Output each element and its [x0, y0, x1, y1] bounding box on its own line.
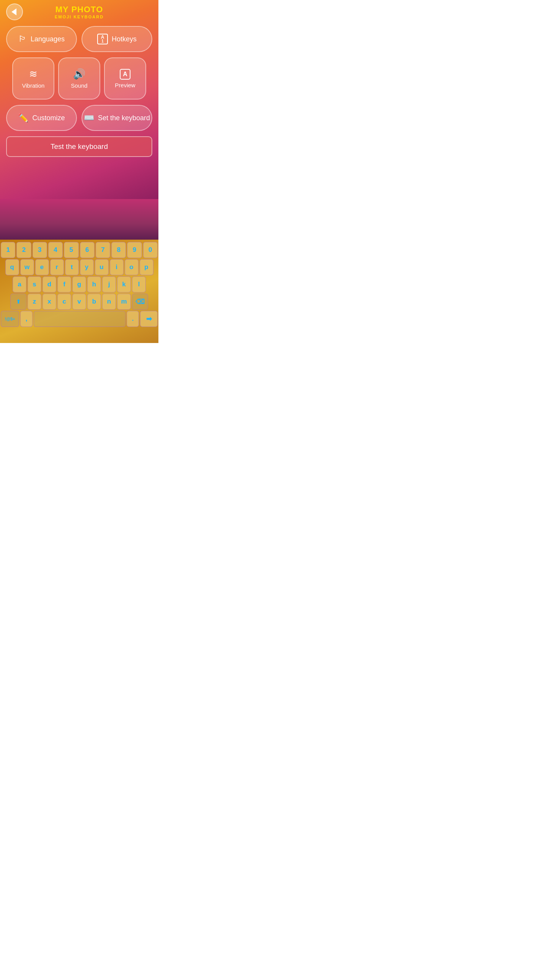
period-key[interactable]: .	[127, 311, 139, 327]
hotkeys-icon: A 1	[97, 34, 108, 44]
key-k[interactable]: k	[117, 276, 131, 292]
special-chars-key[interactable]: !@$+	[1, 311, 19, 327]
shift-key[interactable]: ⬆	[10, 294, 26, 310]
key-6[interactable]: 6	[80, 242, 95, 258]
back-arrow-icon	[11, 8, 16, 15]
key-3[interactable]: 3	[33, 242, 47, 258]
sound-button[interactable]: 🔊 Sound	[58, 57, 100, 100]
qwerty-row: q w e r t y u i o p	[1, 259, 158, 275]
top-section: MY PHOTO EMOJI KEYBOARD 🏳 Languages A 1 …	[0, 0, 158, 199]
key-w[interactable]: w	[20, 259, 34, 275]
app-title: MY PHOTO	[55, 5, 104, 15]
zxcv-row: ⬆ z x c v b n m ⌫	[1, 294, 158, 310]
key-i[interactable]: i	[110, 259, 124, 275]
flag-icon: 🏳	[18, 34, 27, 44]
key-1[interactable]: 1	[1, 242, 15, 258]
number-row: 1 2 3 4 5 6 7 8 9 0	[1, 242, 158, 258]
sound-label: Sound	[71, 82, 87, 89]
preview-icon: A	[120, 69, 130, 80]
app-subtitle: EMOJI KEYBOARD	[55, 15, 104, 19]
key-u[interactable]: u	[95, 259, 109, 275]
languages-label: Languages	[31, 35, 65, 43]
key-z[interactable]: z	[28, 294, 41, 310]
asdf-row: a s d f g h j k l	[1, 276, 158, 292]
key-5[interactable]: 5	[64, 242, 78, 258]
hotkeys-label: Hotkeys	[112, 35, 137, 43]
row-customize-setkeyboard: ✏️ Customize ⌨️ Set the keyboard	[6, 105, 152, 131]
key-p[interactable]: p	[140, 259, 153, 275]
customize-label: Customize	[32, 114, 65, 122]
key-7[interactable]: 7	[96, 242, 110, 258]
key-9[interactable]: 9	[127, 242, 142, 258]
key-q[interactable]: q	[5, 259, 19, 275]
key-m[interactable]: m	[117, 294, 131, 310]
comma-key[interactable]: ,	[20, 311, 33, 327]
key-h[interactable]: h	[87, 276, 101, 292]
test-keyboard-button[interactable]: Test the keyboard	[6, 136, 152, 157]
middle-section	[0, 199, 158, 240]
languages-button[interactable]: 🏳 Languages	[6, 26, 77, 52]
keyboard-section: 1 2 3 4 5 6 7 8 9 0 q w e r t y u i o p …	[0, 240, 158, 343]
key-n[interactable]: n	[102, 294, 116, 310]
key-l[interactable]: l	[132, 276, 146, 292]
space-key[interactable]	[34, 311, 126, 327]
set-keyboard-label: Set the keyboard	[98, 114, 150, 122]
bottom-row: !@$+ , . ➡	[1, 311, 158, 327]
key-4[interactable]: 4	[48, 242, 63, 258]
customize-icon: ✏️	[18, 113, 28, 123]
key-0[interactable]: 0	[143, 242, 158, 258]
key-b[interactable]: b	[87, 294, 101, 310]
test-keyboard-label: Test the keyboard	[51, 142, 108, 151]
row-languages-hotkeys: 🏳 Languages A 1 Hotkeys	[6, 26, 152, 52]
keyboard-rows: 1 2 3 4 5 6 7 8 9 0 q w e r t y u i o p …	[0, 240, 158, 329]
enter-key[interactable]: ➡	[140, 311, 158, 327]
key-d[interactable]: d	[42, 276, 56, 292]
key-o[interactable]: o	[125, 259, 139, 275]
key-x[interactable]: x	[42, 294, 56, 310]
key-g[interactable]: g	[72, 276, 86, 292]
title-block: MY PHOTO EMOJI KEYBOARD	[55, 5, 104, 19]
key-y[interactable]: y	[80, 259, 94, 275]
key-j[interactable]: j	[102, 276, 116, 292]
backspace-key[interactable]: ⌫	[132, 294, 148, 310]
key-2[interactable]: 2	[16, 242, 31, 258]
key-t[interactable]: t	[65, 259, 79, 275]
keyboard-icon: ⌨️	[84, 113, 94, 123]
key-c[interactable]: c	[57, 294, 71, 310]
key-8[interactable]: 8	[111, 242, 126, 258]
back-button[interactable]	[6, 3, 23, 20]
vibration-label: Vibration	[22, 82, 45, 89]
key-a[interactable]: a	[13, 276, 26, 292]
key-s[interactable]: s	[28, 276, 41, 292]
key-r[interactable]: r	[50, 259, 64, 275]
vibration-icon: ≋	[29, 68, 37, 80]
header: MY PHOTO EMOJI KEYBOARD	[6, 5, 152, 19]
sound-icon: 🔊	[73, 68, 85, 80]
preview-button[interactable]: A Preview	[104, 57, 146, 100]
set-keyboard-button[interactable]: ⌨️ Set the keyboard	[82, 105, 152, 131]
vibration-button[interactable]: ≋ Vibration	[12, 57, 54, 100]
key-v[interactable]: v	[72, 294, 86, 310]
key-f[interactable]: f	[57, 276, 71, 292]
row-vibration-sound-preview: ≋ Vibration 🔊 Sound A Preview	[6, 57, 152, 100]
hotkeys-button[interactable]: A 1 Hotkeys	[82, 26, 152, 52]
key-e[interactable]: e	[35, 259, 49, 275]
customize-button[interactable]: ✏️ Customize	[6, 105, 77, 131]
preview-label: Preview	[115, 82, 135, 88]
